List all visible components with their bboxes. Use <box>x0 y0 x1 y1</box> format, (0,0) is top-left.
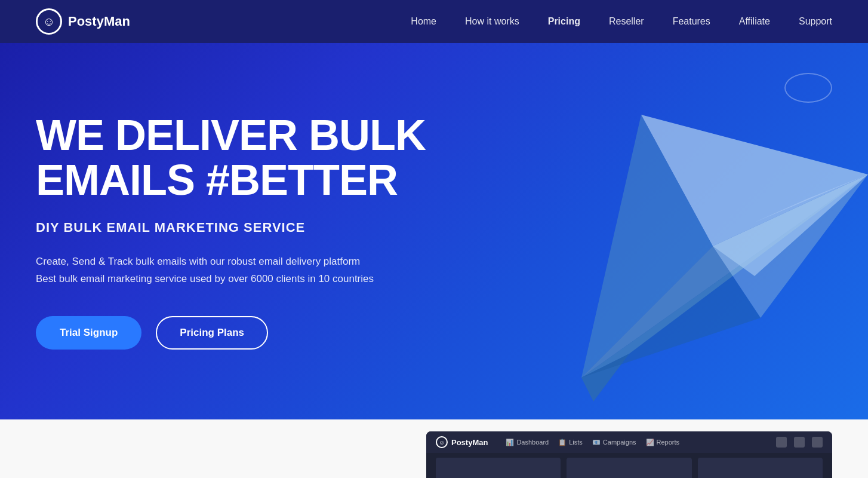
paper-plane-illustration <box>402 67 868 413</box>
dash-card-2 <box>567 458 691 478</box>
dashboard-preview: ☺ PostyMan 📊Dashboard 📋Lists 📧Campaigns … <box>426 431 832 478</box>
hero-content: WE DELIVER BULK EMAILS #BETTER DIY BULK … <box>36 113 426 350</box>
below-hero-section: Powerful Email Marketing Tool ☺ PostyMan… <box>0 419 868 478</box>
logo-text: PostyMan <box>68 14 130 29</box>
logo-link[interactable]: ☺ PostyMan <box>36 8 130 35</box>
dash-user-icon <box>812 437 823 448</box>
dash-nav: 📊Dashboard 📋Lists 📧Campaigns 📈Reports <box>506 439 679 446</box>
dash-body <box>426 453 832 478</box>
dash-logo: ☺ PostyMan <box>436 436 488 448</box>
navbar: ☺ PostyMan Home How it works Pricing Res… <box>0 0 868 43</box>
dash-logo-icon: ☺ <box>436 436 448 448</box>
dash-nav-dashboard: 📊Dashboard <box>506 439 549 446</box>
hero-buttons: Trial Signup Pricing Plans <box>36 316 426 350</box>
circle-decoration <box>784 73 832 103</box>
nav-reseller[interactable]: Reseller <box>609 16 644 26</box>
pricing-plans-button[interactable]: Pricing Plans <box>156 316 268 350</box>
dash-nav-reports: 📈Reports <box>646 439 680 446</box>
nav-how-it-works[interactable]: How it works <box>465 16 519 26</box>
hero-subtitle: DIY BULK EMAIL MARKETING SERVICE <box>36 220 426 235</box>
dash-nav-campaigns: 📧Campaigns <box>592 439 636 446</box>
nav-links: Home How it works Pricing Reseller Featu… <box>411 16 832 27</box>
logo-icon: ☺ <box>36 8 62 35</box>
dash-card-1 <box>436 458 561 478</box>
dash-menu-icon <box>794 437 805 448</box>
trial-signup-button[interactable]: Trial Signup <box>36 316 141 350</box>
nav-home[interactable]: Home <box>411 16 436 26</box>
hero-title: WE DELIVER BULK EMAILS #BETTER <box>36 113 426 203</box>
dash-card-3 <box>698 458 823 478</box>
hero-description: Create, Send & Track bulk emails with ou… <box>36 253 426 288</box>
dash-nav-lists: 📋Lists <box>558 439 583 446</box>
nav-features[interactable]: Features <box>673 16 710 26</box>
nav-affiliate[interactable]: Affiliate <box>739 16 770 26</box>
nav-pricing[interactable]: Pricing <box>548 16 580 26</box>
dash-topbar: ☺ PostyMan 📊Dashboard 📋Lists 📧Campaigns … <box>426 431 832 453</box>
dash-bell-icon <box>776 437 787 448</box>
dash-icons <box>776 437 823 448</box>
hero-section: WE DELIVER BULK EMAILS #BETTER DIY BULK … <box>0 43 868 419</box>
nav-support[interactable]: Support <box>799 16 832 26</box>
